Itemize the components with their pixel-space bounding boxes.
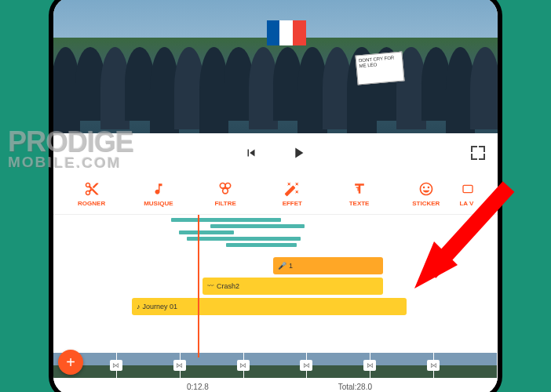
waveform-icon: 〰 [207, 282, 214, 290]
transition-icon[interactable]: ⋈ [300, 360, 312, 371]
scissors-icon [83, 180, 100, 198]
clip-thumb[interactable]: ⋈ [244, 353, 308, 378]
effect-label: EFFET [283, 200, 302, 207]
crop-tool[interactable]: ROGNER [58, 172, 125, 214]
french-flag [267, 20, 306, 45]
transition-icon[interactable]: ⋈ [427, 360, 440, 371]
prev-button[interactable] [244, 146, 258, 160]
filter-icon [217, 180, 234, 198]
clip-thumb[interactable]: ⋈ [370, 353, 434, 378]
effect-tool[interactable]: EFFET [259, 172, 326, 214]
sticker-label: STICKER [412, 200, 440, 207]
transition-icon[interactable]: ⋈ [110, 360, 122, 371]
sticker-tool[interactable]: STICKER [392, 172, 459, 214]
effect-bar[interactable] [187, 237, 301, 241]
filter-label: FILTRE [214, 200, 235, 207]
more-icon [459, 180, 476, 198]
clip-thumbnails[interactable]: ⋈ ⋈ ⋈ ⋈ ⋈ ⋈ [53, 353, 498, 378]
text-tool[interactable]: TEXTE [326, 172, 392, 214]
current-time: 0:12.8 [187, 383, 209, 391]
watermark-line2: MOBILE.COM [8, 154, 133, 171]
svg-rect-0 [463, 185, 473, 192]
crash-label: Crash2 [217, 282, 239, 290]
fullscreen-button[interactable] [471, 146, 485, 160]
music-small-icon: ♪ [137, 303, 140, 310]
more-label: LA V [459, 200, 473, 207]
plus-icon: + [66, 354, 75, 372]
effect-bar[interactable] [171, 218, 281, 222]
voice-track-label: 1 [289, 262, 293, 270]
app-screen: DONT CRY FOR ME LEO ROGNER MUSIQUE FILT [53, 0, 498, 392]
music-label: MUSIQUE [144, 200, 173, 207]
audio-track-crash[interactable]: 〰 Crash2 [203, 278, 383, 295]
audio-track-journey[interactable]: ♪ Journey 01 [132, 298, 407, 315]
total-time: Total:28.0 [338, 383, 372, 391]
text-icon [351, 180, 368, 198]
tool-strip: ROGNER MUSIQUE FILTRE EFFET TEXTE STICKE… [53, 172, 498, 215]
timeline[interactable]: 🎤 1 〰 Crash2 ♪ Journey 01 ⋈ ⋈ ⋈ ⋈ ⋈ ⋈ [53, 215, 498, 392]
effect-bar[interactable] [226, 243, 297, 247]
time-readout: 0:12.8 Total:28.0 [53, 378, 498, 392]
watermark: PRODIGE MOBILE.COM [8, 125, 133, 171]
transition-icon[interactable]: ⋈ [363, 360, 376, 371]
add-clip-button[interactable]: + [58, 350, 83, 375]
effect-bar[interactable] [179, 230, 234, 234]
clip-thumb[interactable]: ⋈ [181, 353, 244, 378]
clip-thumb[interactable]: ⋈ [307, 353, 370, 378]
music-note-icon [150, 180, 167, 198]
fan-sign: DONT CRY FOR ME LEO [355, 51, 404, 85]
transition-icon[interactable]: ⋈ [237, 360, 250, 371]
crowd [53, 47, 498, 133]
video-preview[interactable]: DONT CRY FOR ME LEO [53, 0, 498, 133]
play-button[interactable] [290, 144, 307, 162]
crop-label: ROGNER [78, 200, 105, 207]
more-tool[interactable]: LA V [459, 172, 493, 214]
music-tool[interactable]: MUSIQUE [125, 172, 192, 214]
filter-tool[interactable]: FILTRE [192, 172, 258, 214]
playhead[interactable] [198, 215, 199, 358]
journey-label: Journey 01 [143, 303, 178, 310]
effect-bar[interactable] [210, 224, 305, 228]
voice-track[interactable]: 🎤 1 [273, 257, 383, 274]
transition-icon[interactable]: ⋈ [173, 360, 186, 371]
phone-frame: DONT CRY FOR ME LEO ROGNER MUSIQUE FILT [49, 0, 502, 392]
smiley-icon [418, 180, 435, 198]
wand-icon [283, 180, 301, 198]
mic-icon: 🎤 [278, 262, 286, 270]
clip-thumb[interactable]: ⋈ [117, 353, 181, 378]
text-label: TEXTE [349, 200, 370, 207]
clip-thumb[interactable] [434, 353, 498, 378]
